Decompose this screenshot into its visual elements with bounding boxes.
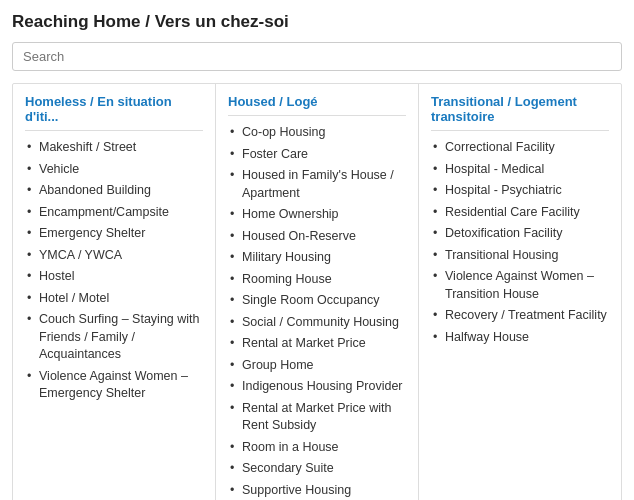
list-item: Rooming House xyxy=(228,271,406,289)
list-item: Residential Care Facility xyxy=(431,204,609,222)
list-item: Hostel xyxy=(25,268,203,286)
columns-wrapper: Homeless / En situation d'iti...Makeshif… xyxy=(12,83,622,500)
column-housed: Housed / LogéCo-op HousingFoster CareHou… xyxy=(216,84,419,500)
list-item: Hospital - Medical xyxy=(431,161,609,179)
list-item: Rental at Market Price xyxy=(228,335,406,353)
list-item: Makeshift / Street xyxy=(25,139,203,157)
list-item: Detoxification Facility xyxy=(431,225,609,243)
list-item: Rental at Market Price with Rent Subsidy xyxy=(228,400,406,435)
list-item: Indigenous Housing Provider xyxy=(228,378,406,396)
list-item: Hospital - Psychiatric xyxy=(431,182,609,200)
column-list-housed: Co-op HousingFoster CareHoused in Family… xyxy=(228,124,406,499)
list-item: Social / Community Housing xyxy=(228,314,406,332)
list-item: Hotel / Motel xyxy=(25,290,203,308)
column-list-homeless: Makeshift / StreetVehicleAbandoned Build… xyxy=(25,139,203,403)
list-item: Secondary Suite xyxy=(228,460,406,478)
list-item: Correctional Facility xyxy=(431,139,609,157)
list-item: Military Housing xyxy=(228,249,406,267)
list-item: Co-op Housing xyxy=(228,124,406,142)
column-transitional: Transitional / Logement transitoireCorre… xyxy=(419,84,621,500)
column-homeless: Homeless / En situation d'iti...Makeshif… xyxy=(13,84,216,500)
list-item: Violence Against Women – Transition Hous… xyxy=(431,268,609,303)
list-item: Abandoned Building xyxy=(25,182,203,200)
list-item: Housed On-Reserve xyxy=(228,228,406,246)
column-header-transitional: Transitional / Logement transitoire xyxy=(431,94,609,131)
list-item: Single Room Occupancy xyxy=(228,292,406,310)
list-item: Room in a House xyxy=(228,439,406,457)
column-list-transitional: Correctional FacilityHospital - MedicalH… xyxy=(431,139,609,346)
list-item: Violence Against Women – Emergency Shelt… xyxy=(25,368,203,403)
list-item: Emergency Shelter xyxy=(25,225,203,243)
page-title: Reaching Home / Vers un chez-soi xyxy=(12,12,622,32)
column-header-housed: Housed / Logé xyxy=(228,94,406,116)
list-item: Group Home xyxy=(228,357,406,375)
list-item: Vehicle xyxy=(25,161,203,179)
search-input[interactable] xyxy=(12,42,622,71)
list-item: Supportive Housing xyxy=(228,482,406,500)
list-item: YMCA / YWCA xyxy=(25,247,203,265)
list-item: Foster Care xyxy=(228,146,406,164)
list-item: Encampment/Campsite xyxy=(25,204,203,222)
list-item: Home Ownership xyxy=(228,206,406,224)
list-item: Housed in Family's House / Apartment xyxy=(228,167,406,202)
list-item: Recovery / Treatment Facility xyxy=(431,307,609,325)
list-item: Couch Surfing – Staying with Friends / F… xyxy=(25,311,203,364)
list-item: Transitional Housing xyxy=(431,247,609,265)
list-item: Halfway House xyxy=(431,329,609,347)
column-header-homeless: Homeless / En situation d'iti... xyxy=(25,94,203,131)
